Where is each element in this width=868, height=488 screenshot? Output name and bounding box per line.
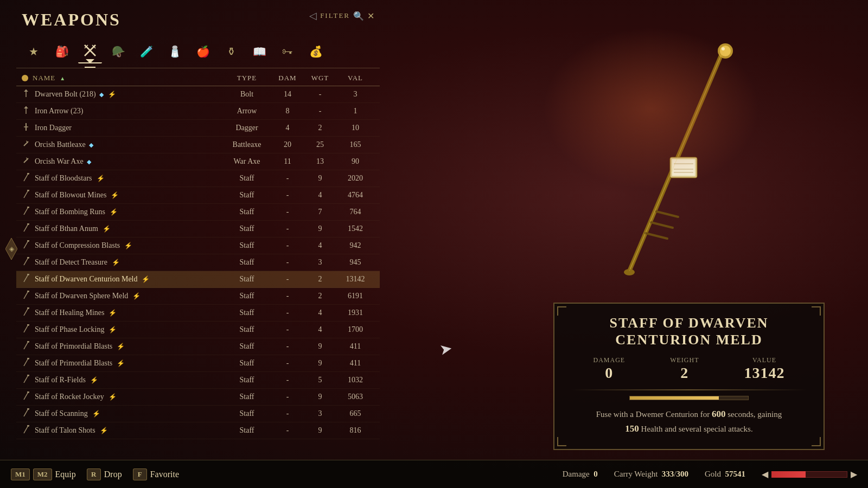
carry-stat-current: 333 [662,470,674,478]
table-row[interactable]: Iron Dagger Dagger 4 2 10 [16,120,380,137]
item-dam: - [271,393,304,401]
svg-line-20 [24,241,28,248]
table-row[interactable]: Staff of Detect Treasure ⚡ Staff - 3 945 [16,254,380,271]
table-row[interactable]: Staff of Scanning ⚡ Staff - 3 665 [16,406,380,422]
category-keys[interactable]: 🗝 [276,40,299,63]
item-val: 945 [336,258,374,267]
health-bar-fill [771,471,806,478]
item-type-icon [22,408,31,419]
category-misc[interactable]: ⚱ [219,40,243,63]
row-name: Staff of Healing Mines ⚡ [22,307,222,318]
category-food[interactable]: 🍎 [191,40,215,63]
item-type-icon [22,190,31,201]
svg-line-10 [24,142,28,146]
item-type: Staff [222,309,271,317]
enchant-lightning-icon: ⚡ [103,225,111,233]
table-row[interactable]: Staff of R-Fields ⚡ Staff - 5 1032 [16,372,380,389]
enchant-lightning-icon: ⚡ [108,91,116,99]
item-val: 816 [336,426,374,435]
table-row[interactable]: Staff of Primordial Blasts ⚡ Staff - 9 4… [16,338,380,355]
table-row[interactable]: Staff of Healing Mines ⚡ Staff - 4 1931 [16,305,380,322]
category-books[interactable]: 📖 [247,40,271,63]
item-wgt: 4 [304,309,336,317]
item-type: Staff [222,359,271,368]
svg-line-14 [24,190,28,198]
health-arrow-left[interactable]: ◀ [762,469,768,479]
drop-action[interactable]: R Drop [87,468,122,480]
category-potions[interactable]: 🧪 [135,40,158,63]
equip-action[interactable]: M1 M2 Equip [11,468,76,480]
item-name-text: Staff of Blowout Mines [35,191,106,200]
desc-health: 150 [625,423,639,434]
drop-label: Drop [104,470,122,479]
svg-text:◈: ◈ [9,245,15,253]
category-favorites[interactable]: ★ [22,40,46,63]
desc-text-2: seconds, gaining [727,410,782,419]
svg-line-18 [24,224,28,232]
bottom-carry: Carry Weight 333/300 [614,470,688,479]
row-name: Staff of Rocket Jockey ⚡ [22,391,222,402]
gold-stat-value: 57541 [725,470,746,478]
row-name: Staff of Primordial Blasts ⚡ [22,341,222,352]
item-dam: 20 [271,140,304,149]
r-key: R [87,468,101,480]
filter-label: FILTER [320,11,350,20]
damage-stat-value: 0 [593,470,598,478]
item-dam: - [271,292,304,300]
category-armor[interactable]: 🪖 [106,40,130,63]
table-row[interactable]: Staff of Dwarven Sphere Meld ⚡ Staff - 2… [16,288,380,305]
table-row[interactable]: Dwarven Bolt (218) ◆⚡ Bolt 14 - 3 [16,86,380,103]
item-wgt: 9 [304,426,336,435]
filter-close-icon[interactable]: ✕ [367,11,374,21]
svg-line-36 [24,375,28,383]
item-val: 411 [336,359,374,368]
damage-label: DAMAGE [593,356,626,364]
gold-stat-label: Gold [705,470,721,478]
bottom-actions: M1 M2 Equip R Drop F Favorite [11,468,179,480]
svg-line-32 [24,342,28,349]
svg-line-24 [24,274,28,282]
item-name-text: Orcish War Axe [35,157,84,166]
item-type-icon [22,391,31,402]
table-row[interactable]: Staff of Bombing Runs ⚡ Staff - 7 764 [16,204,380,221]
table-row[interactable]: Staff of Phase Locking ⚡ Staff - 4 1700 [16,322,380,338]
item-name-text: Staff of Scanning [35,409,88,418]
table-row[interactable]: Iron Arrow (23) Arrow 8 - 1 [16,103,380,120]
category-weapons[interactable] [78,40,102,63]
item-val: 2020 [336,174,374,183]
detail-separator [571,389,807,390]
item-type: Staff [222,292,271,300]
item-dam: - [271,409,304,418]
category-ingredients[interactable]: 🧂 [163,40,187,63]
svg-line-30 [24,325,28,332]
enchant-lightning-icon: ⚡ [132,292,141,300]
table-row[interactable]: Staff of Bloodstars ⚡ Staff - 9 2020 [16,170,380,187]
favorite-action[interactable]: F Favorite [133,468,179,480]
filter-search-icon[interactable]: 🔍 [353,11,364,21]
bottom-damage: Damage 0 [563,470,598,479]
table-row[interactable]: Orcish War Axe ◆ War Axe 11 13 90 [16,153,380,170]
category-gold[interactable]: 💰 [304,40,328,63]
item-type: Staff [222,376,271,384]
svg-line-26 [24,291,28,299]
item-name-text: Iron Arrow (23) [35,107,83,115]
item-wgt: 2 [304,275,336,284]
table-row[interactable]: Staff of Primordial Blasts ⚡ Staff - 9 4… [16,355,380,372]
item-name-text: Staff of Bloodstars [35,174,92,183]
table-row[interactable]: Orcish Battleaxe ◆ Battleaxe 20 25 165 [16,137,380,153]
item-name-text: Staff of Detect Treasure [35,258,107,267]
table-row[interactable]: Staff of Blowout Mines ⚡ Staff - 4 4764 [16,187,380,204]
item-wgt: 9 [304,342,336,351]
table-row[interactable]: Staff of Dwarven Centurion Meld ⚡ Staff … [16,271,380,288]
item-type-icon [22,123,31,133]
category-all[interactable]: 🎒 [50,40,74,63]
svg-line-12 [24,174,28,181]
item-type: Staff [222,426,271,435]
health-arrow-right[interactable]: ▶ [851,469,857,479]
item-name-text: Staff of Compression Blasts [35,241,120,250]
table-row[interactable]: Staff of Bthan Anum ⚡ Staff - 9 1542 [16,221,380,237]
table-row[interactable]: Staff of Talon Shots ⚡ Staff - 9 816 [16,422,380,439]
table-row[interactable]: Staff of Rocket Jockey ⚡ Staff - 9 5063 [16,389,380,406]
table-row[interactable]: Staff of Compression Blasts ⚡ Staff - 4 … [16,237,380,254]
svg-line-34 [24,358,28,366]
